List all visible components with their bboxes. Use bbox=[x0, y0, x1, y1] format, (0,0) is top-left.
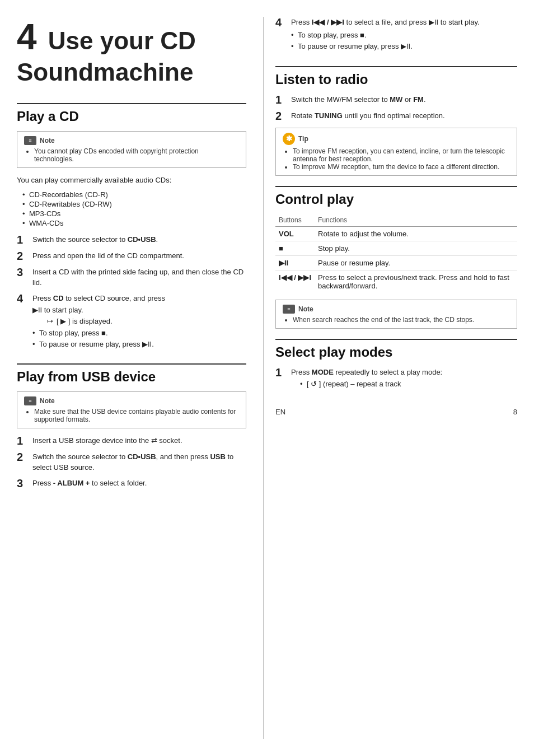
func-skip: Press to select a previous/next track. P… bbox=[315, 270, 517, 293]
step-3: 3 Insert a CD with the printed side faci… bbox=[17, 267, 246, 288]
tip-box: ✱ Tip To improve FM reception, you can e… bbox=[275, 128, 517, 176]
play-cd-note-box: ≡ Note You cannot play CDs encoded with … bbox=[17, 131, 246, 168]
play-cd-note-list: You cannot play CDs encoded with copyrig… bbox=[24, 147, 239, 163]
right-step-4-content: Press I◀◀ / ▶▶I to select a file, and pr… bbox=[291, 17, 480, 55]
func-stop: Stop play. bbox=[315, 241, 517, 255]
table-row: ■ Stop play. bbox=[275, 241, 517, 255]
usb-step-num-2: 2 bbox=[17, 451, 29, 463]
btn-vol: VOL bbox=[279, 230, 294, 238]
step-num-3: 3 bbox=[17, 266, 29, 278]
btn-stop: ■ bbox=[279, 244, 283, 253]
usb-step-num-1: 1 bbox=[17, 435, 29, 447]
right-step-4-bold: I◀◀ / ▶▶I bbox=[312, 18, 344, 26]
table-row: VOL Rotate to adjust the volume. bbox=[275, 226, 517, 241]
play-usb-note-box: ≡ Note Make sure that the USB device con… bbox=[17, 391, 246, 428]
radio-step-2-content: Rotate TUNING until you find optimal rec… bbox=[291, 110, 445, 122]
play-usb-note-list: Make sure that the USB device contains p… bbox=[24, 408, 239, 423]
usb-step-2-content: Switch the source selector to CD•USB, an… bbox=[32, 451, 246, 473]
step-num-2: 2 bbox=[17, 250, 29, 262]
radio-step-2: 2 Rotate TUNING until you find optimal r… bbox=[275, 110, 517, 122]
page-title-text: Use your CD Soundmachine bbox=[17, 27, 196, 86]
table-row: ▶II Pause or resume play. bbox=[275, 255, 517, 270]
step-4-bullets: To stop play, press ■. To pause or resum… bbox=[32, 328, 165, 349]
right-step-4: 4 Press I◀◀ / ▶▶I to select a file, and … bbox=[275, 17, 517, 55]
radio-step-2-bold: TUNING bbox=[315, 111, 343, 120]
listen-radio-section-title: Listen to radio bbox=[275, 66, 517, 87]
footer-page: 8 bbox=[513, 408, 517, 416]
step-2-content: Press and open the lid of the CD compart… bbox=[32, 250, 184, 262]
table-row: I◀◀ / ▶▶I Press to select a previous/nex… bbox=[275, 270, 517, 293]
right-stop-bullet: To stop play, press ■. bbox=[291, 30, 480, 40]
step-1: 1 Switch the source selector to CD•USB. bbox=[17, 234, 246, 246]
select-play-modes-section-title: Select play modes bbox=[275, 339, 517, 360]
cd-type-item: CD-Rewritables (CD-RW) bbox=[22, 200, 246, 208]
play-usb-section-title: Play from USB device bbox=[17, 363, 246, 385]
left-column: 4 Use your CD Soundmachine Play a CD ≡ N… bbox=[17, 17, 263, 739]
step-4: 4 Press CD to select CD source, and pres… bbox=[17, 293, 246, 353]
control-play-note-box: ≡ Note When search reaches the end of th… bbox=[275, 300, 517, 329]
step-3-content: Insert a CD with the printed side facing… bbox=[32, 267, 246, 288]
radio-step-num-2: 2 bbox=[275, 110, 288, 122]
right-step-num-4: 4 bbox=[275, 16, 288, 29]
radio-step-1-fm: FM bbox=[413, 95, 424, 104]
radio-step-1: 1 Switch the MW/FM selector to MW or FM. bbox=[275, 94, 517, 106]
usb-step-2-bold1: CD•USB bbox=[128, 452, 156, 461]
modes-repeat-bullet: [ ↺ ] (repeat) – repeat a track bbox=[300, 379, 442, 390]
control-play-note-item: When search reaches the end of the last … bbox=[293, 316, 510, 324]
cd-types-list: CD-Recordables (CD-R) CD-Rewritables (CD… bbox=[22, 190, 246, 227]
step-num-1: 1 bbox=[17, 234, 29, 246]
modes-step-1-bold: MODE bbox=[312, 368, 334, 376]
step-4-arrow: ↦ [ ▶ ] is displayed. bbox=[47, 316, 165, 327]
step-4-arrow-text: [ ▶ ] is displayed. bbox=[57, 316, 113, 327]
modes-step-1: 1 Press MODE repeatedly to select a play… bbox=[275, 367, 517, 391]
play-cd-note-header: ≡ Note bbox=[24, 136, 239, 145]
usb-step-num-3: 3 bbox=[17, 477, 29, 489]
right-step-4-bullets: To stop play, press ■. To pause or resum… bbox=[291, 30, 480, 52]
cd-type-item: MP3-CDs bbox=[22, 209, 246, 218]
func-play-pause: Pause or resume play. bbox=[315, 255, 517, 270]
usb-step-2: 2 Switch the source selector to CD•USB, … bbox=[17, 451, 246, 473]
listen-radio-steps: 1 Switch the MW/FM selector to MW or FM.… bbox=[275, 94, 517, 122]
tip-icon: ✱ bbox=[283, 133, 295, 145]
play-usb-note-item: Make sure that the USB device contains p… bbox=[34, 408, 239, 423]
step-num-4: 4 bbox=[17, 292, 29, 305]
btn-skip: I◀◀ / ▶▶I bbox=[279, 273, 311, 282]
right-step-4-item: 4 Press I◀◀ / ▶▶I to select a file, and … bbox=[275, 17, 517, 55]
control-play-note-icon: ≡ bbox=[283, 305, 295, 314]
radio-step-1-mw: MW bbox=[390, 95, 402, 104]
cd-type-item: WMA-CDs bbox=[22, 219, 246, 227]
step-2: 2 Press and open the lid of the CD compa… bbox=[17, 250, 246, 262]
usb-step-3: 3 Press - ALBUM + to select a folder. bbox=[17, 478, 246, 489]
usb-step-3-bold: - ALBUM + bbox=[53, 479, 90, 487]
play-cd-note-item: You cannot play CDs encoded with copyrig… bbox=[34, 147, 239, 163]
cd-intro-text: You can play commercially available audi… bbox=[17, 175, 246, 186]
control-play-section-title: Control play bbox=[275, 186, 517, 207]
step-1-content: Switch the source selector to CD•USB. bbox=[32, 234, 158, 245]
tip-item-1: To improve FM reception, you can extend,… bbox=[293, 147, 510, 163]
page: 4 Use your CD Soundmachine Play a CD ≡ N… bbox=[0, 0, 534, 756]
play-cd-note-label: Note bbox=[40, 137, 55, 144]
control-play-note-list: When search reaches the end of the last … bbox=[283, 316, 510, 324]
modes-step-1-content: Press MODE repeatedly to select a play m… bbox=[291, 367, 442, 391]
usb-step-2-bold2: USB bbox=[210, 452, 225, 461]
stop-play-bullet: To stop play, press ■. bbox=[32, 328, 165, 338]
radio-step-1-content: Switch the MW/FM selector to MW or FM. bbox=[291, 94, 426, 105]
pause-play-bullet: To pause or resume play, press ▶II. bbox=[32, 339, 165, 349]
play-usb-note-header: ≡ Note bbox=[24, 396, 239, 405]
control-play-note-header: ≡ Note bbox=[283, 305, 510, 314]
select-play-modes-steps: 1 Press MODE repeatedly to select a play… bbox=[275, 367, 517, 391]
control-play-note-label: Note bbox=[298, 305, 313, 313]
func-vol: Rotate to adjust the volume. bbox=[315, 226, 517, 241]
page-title: 4 Use your CD Soundmachine bbox=[17, 17, 246, 86]
play-cd-section-title: Play a CD bbox=[17, 103, 246, 124]
step-1-bold: CD•USB bbox=[128, 235, 156, 244]
footer-lang: EN bbox=[275, 408, 285, 416]
footer: EN 8 bbox=[275, 408, 517, 416]
step-4-content: Press CD to select CD source, and press … bbox=[32, 293, 165, 353]
tip-item-2: To improve MW reception, turn the device… bbox=[293, 163, 510, 171]
usb-step-3-content: Press - ALBUM + to select a folder. bbox=[32, 478, 147, 489]
control-play-table: Buttons Functions VOL Rotate to adjust t… bbox=[275, 214, 517, 293]
play-cd-steps: 1 Switch the source selector to CD•USB. … bbox=[17, 234, 246, 353]
right-pause-bullet: To pause or resume play, press ▶II. bbox=[291, 41, 480, 52]
tip-header: ✱ Tip bbox=[283, 133, 510, 145]
